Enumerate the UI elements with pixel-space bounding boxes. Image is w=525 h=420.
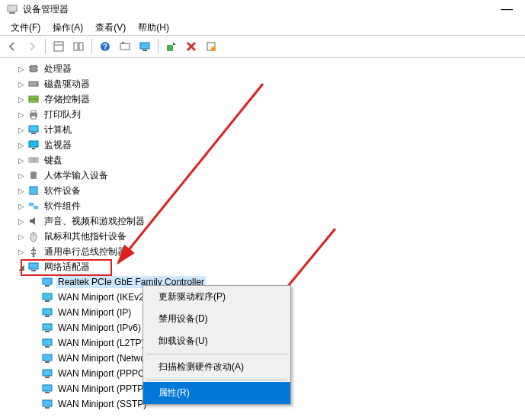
- tree-label: WAN Miniport (IKEv2): [56, 291, 149, 303]
- menu-help[interactable]: 帮助(H): [132, 20, 175, 33]
- storage-icon: [27, 93, 40, 105]
- svg-point-14: [211, 46, 216, 51]
- toolbar-icon[interactable]: [202, 37, 220, 56]
- tree-item-disk[interactable]: ▷磁盘驱动器: [2, 76, 523, 91]
- scan-button[interactable]: [162, 37, 181, 56]
- toolbar-icon[interactable]: [50, 37, 68, 56]
- tree-label: 监视器: [43, 138, 73, 152]
- separator: [45, 39, 46, 54]
- ctx-disable-device[interactable]: 禁用设备(D): [143, 308, 290, 330]
- tree-item-hid[interactable]: ▷人体学输入设备: [2, 168, 523, 183]
- svg-rect-59: [43, 400, 52, 406]
- monitor-icon: [27, 139, 40, 151]
- svg-rect-29: [29, 141, 38, 147]
- chevron-right-icon[interactable]: ▷: [15, 172, 27, 180]
- svg-rect-46: [45, 300, 50, 302]
- chevron-right-icon[interactable]: ▷: [15, 80, 27, 88]
- svg-point-21: [36, 83, 37, 85]
- svg-rect-47: [43, 309, 52, 315]
- tree-item-cpu[interactable]: ▷处理器: [2, 61, 523, 76]
- ctx-scan-hardware[interactable]: 扫描检测硬件改动(A): [143, 356, 290, 378]
- svg-rect-10: [140, 43, 149, 49]
- separator: [91, 39, 92, 54]
- separator: [158, 39, 158, 54]
- svg-rect-45: [43, 293, 52, 300]
- svg-rect-53: [43, 354, 52, 361]
- ctx-update-driver[interactable]: 更新驱动程序(P): [143, 286, 290, 308]
- menubar: 文件(F) 操作(A) 查看(V) 帮助(H): [0, 18, 525, 35]
- tree-item-monitor[interactable]: ▷监视器: [2, 137, 523, 152]
- menu-action[interactable]: 操作(A): [46, 20, 89, 33]
- tree-item-swdev[interactable]: ▷软件设备: [2, 183, 523, 198]
- tree-label: WAN Miniport (PPPOE): [56, 367, 155, 380]
- delete-button[interactable]: [182, 37, 200, 56]
- svg-point-40: [33, 255, 35, 258]
- tree-item-printq[interactable]: ▷打印队列: [2, 107, 523, 122]
- forward-button[interactable]: [23, 37, 41, 56]
- mouse-icon: [27, 230, 40, 242]
- svg-rect-58: [45, 392, 50, 393]
- network-adapter-icon: [41, 352, 53, 364]
- chevron-right-icon[interactable]: ▷: [15, 248, 27, 256]
- tree-label: WAN Miniport (IPv6): [56, 322, 142, 334]
- tree-label: WAN Miniport (L2TP): [56, 337, 146, 349]
- software-icon: [27, 184, 40, 197]
- titlebar: 设备管理器 —: [0, 0, 525, 18]
- chevron-right-icon[interactable]: ▷: [15, 217, 27, 226]
- keyboard-icon: [27, 154, 40, 166]
- chevron-right-icon[interactable]: ▷: [15, 202, 27, 210]
- tree-item-keyboard[interactable]: ▷键盘: [2, 152, 523, 168]
- menu-view[interactable]: 查看(V): [89, 20, 132, 33]
- chevron-right-icon[interactable]: ▷: [15, 232, 27, 241]
- back-button[interactable]: [3, 37, 21, 56]
- sound-icon: [27, 215, 40, 227]
- network-adapter-icon: [41, 367, 53, 380]
- display-button[interactable]: [136, 37, 154, 56]
- chevron-down-icon[interactable]: ◢: [15, 263, 27, 271]
- tree-item-computer[interactable]: ▷计算机: [2, 122, 523, 137]
- svg-rect-2: [54, 42, 63, 51]
- svg-rect-35: [30, 187, 37, 194]
- ctx-uninstall-device[interactable]: 卸载设备(U): [143, 330, 290, 352]
- chevron-right-icon[interactable]: ▷: [15, 65, 27, 73]
- toolbar-icon[interactable]: [69, 37, 88, 56]
- ctx-properties[interactable]: 属性(R): [143, 382, 290, 404]
- tree-item-usb[interactable]: ▷通用串行总线控制器: [2, 244, 523, 259]
- svg-rect-12: [167, 45, 173, 51]
- chevron-right-icon[interactable]: ▷: [15, 126, 27, 134]
- toolbar-icon[interactable]: [116, 37, 134, 56]
- svg-rect-0: [8, 5, 17, 11]
- svg-rect-48: [45, 316, 50, 317]
- svg-rect-52: [45, 346, 50, 348]
- chevron-right-icon[interactable]: ▷: [15, 141, 27, 149]
- tree-label: 通用串行总线控制器: [43, 245, 128, 259]
- svg-rect-5: [79, 43, 83, 50]
- svg-rect-15: [30, 66, 37, 72]
- tree-item-storage[interactable]: ▷存储控制器: [2, 91, 523, 107]
- svg-rect-36: [29, 203, 34, 206]
- menu-file[interactable]: 文件(F): [5, 20, 46, 33]
- chevron-right-icon[interactable]: ▷: [15, 156, 27, 165]
- chevron-right-icon[interactable]: ▷: [15, 111, 27, 119]
- toolbar: ?: [0, 35, 525, 58]
- svg-rect-57: [43, 385, 52, 391]
- tree-label: WAN Miniport (PPTP): [56, 383, 148, 395]
- chevron-right-icon[interactable]: ▷: [15, 95, 27, 104]
- tree-item-sound[interactable]: ▷声音、视频和游戏控制器: [2, 213, 523, 229]
- tree-item-mouse[interactable]: ▷鼠标和其他指针设备: [2, 229, 523, 244]
- help-button[interactable]: ?: [96, 37, 114, 56]
- tree-item-netadapter[interactable]: ◢网络适配器: [2, 259, 523, 274]
- svg-rect-11: [142, 50, 147, 51]
- tree-label: 鼠标和其他指针设备: [43, 229, 128, 244]
- tree-label: WAN Miniport (SSTP): [56, 398, 148, 410]
- tree-label: 键盘: [43, 153, 64, 168]
- svg-rect-26: [31, 116, 36, 119]
- chevron-right-icon[interactable]: ▷: [15, 187, 27, 195]
- svg-rect-27: [29, 126, 38, 132]
- svg-text:?: ?: [103, 43, 107, 51]
- network-icon: [27, 261, 40, 273]
- component-icon: [27, 200, 40, 212]
- minimize-button[interactable]: —: [495, 2, 519, 16]
- network-adapter-icon: [41, 276, 53, 288]
- tree-item-swcomp[interactable]: ▷软件组件: [2, 198, 523, 213]
